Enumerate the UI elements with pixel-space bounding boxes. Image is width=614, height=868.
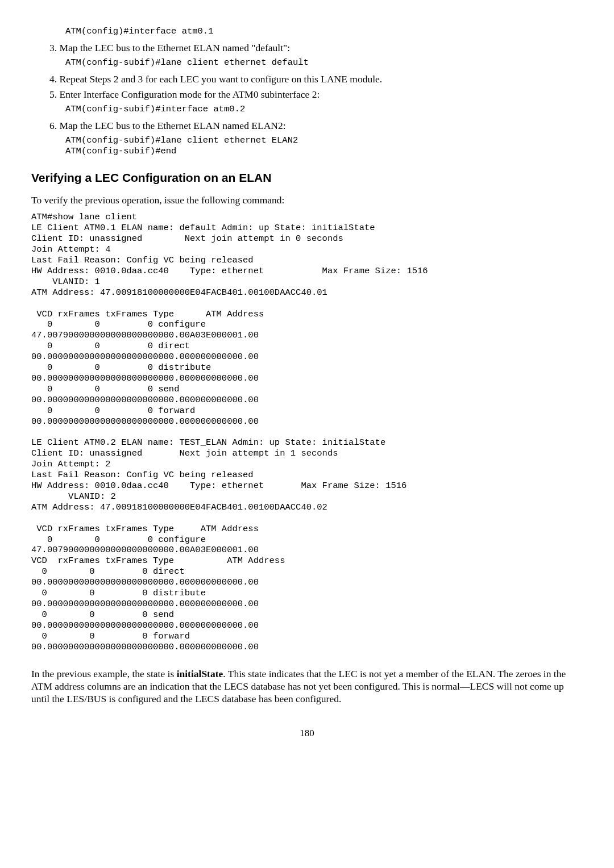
page-number: 180 — [31, 727, 583, 740]
conclusion-pre: In the previous example, the state is — [31, 668, 177, 679]
step-6: 6. Map the LEC bus to the Ethernet ELAN … — [49, 119, 583, 132]
step-4: 4. Repeat Steps 2 and 3 for each LEC you… — [49, 73, 583, 85]
intro-paragraph: To verify the previous operation, issue … — [31, 194, 583, 206]
section-heading: Verifying a LEC Configuration on an ELAN — [31, 170, 583, 186]
step-5: 5. Enter Interface Configuration mode fo… — [49, 88, 583, 101]
step-3: 3. Map the LEC bus to the Ethernet ELAN … — [49, 41, 583, 54]
step3-code: ATM(config-subif)#lane client ethernet d… — [31, 57, 583, 68]
cli-output: ATM#show lane client LE Client ATM0.1 EL… — [31, 212, 583, 652]
conclusion-paragraph: In the previous example, the state is in… — [31, 667, 583, 706]
step4-text: Repeat Steps 2 and 3 for each LEC you wa… — [60, 73, 383, 85]
step5-code: ATM(config-subif)#interface atm0.2 — [31, 104, 583, 115]
step3-text: Map the LEC bus to the Ethernet ELAN nam… — [60, 42, 291, 53]
step6-text: Map the LEC bus to the Ethernet ELAN nam… — [60, 120, 286, 131]
conclusion-bold: initialState — [177, 668, 223, 679]
step5-text: Enter Interface Configuration mode for t… — [60, 89, 320, 100]
step6-code: ATM(config-subif)#lane client ethernet E… — [31, 135, 583, 157]
step2-code: ATM(config)#interface atm0.1 — [31, 26, 583, 37]
